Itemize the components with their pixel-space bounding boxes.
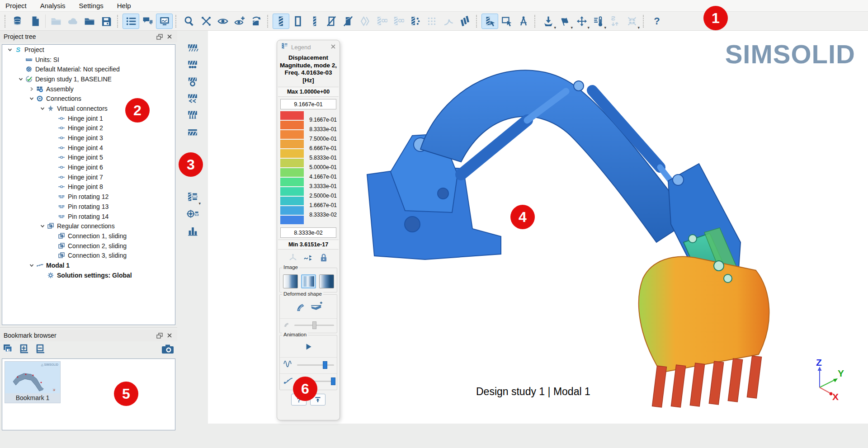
toolbar-drag-handle[interactable]	[117, 15, 121, 28]
tree-item-hinge-joint-6[interactable]: Hinge joint 6	[2, 162, 175, 172]
menu-project[interactable]: Project	[5, 2, 27, 9]
display-shaded-button[interactable]	[273, 14, 289, 29]
triad-toggle-icon[interactable]	[288, 253, 298, 264]
remove-bookmark-icon[interactable]	[35, 344, 47, 356]
probe-curve-icon[interactable]	[303, 253, 313, 264]
legend-upper-value-field[interactable]: 9.1667e-01	[280, 99, 336, 109]
deform-scale-slider[interactable]	[294, 325, 334, 326]
tree-item-pin-rotating-14[interactable]: Pin rotating 14	[2, 212, 175, 222]
tree-item-hinge-joint-7[interactable]: Hinge joint 7	[2, 172, 175, 182]
toggle-bookmark-browser-button[interactable]	[156, 14, 173, 29]
save-project-button[interactable]	[98, 14, 114, 29]
menu-analysis[interactable]: Analysis	[40, 2, 66, 9]
open-folder-button[interactable]	[81, 14, 98, 29]
tree-item-hinge-joint-4[interactable]: Hinge joint 4	[2, 143, 175, 153]
find-entity-button[interactable]	[181, 14, 198, 29]
float-panel-icon[interactable]	[155, 331, 165, 340]
mask-points-button[interactable]	[406, 14, 423, 29]
tree-item-units-si[interactable]: Units: SI	[2, 55, 175, 65]
tree-item-hinge-joint-3[interactable]: Hinge joint 3	[2, 133, 175, 143]
datum-display-button[interactable]	[184, 206, 202, 222]
display-transparent-button[interactable]	[356, 14, 373, 29]
displacement-results-button[interactable]: ▾	[573, 14, 590, 29]
tree-item-hinge-joint-8[interactable]: Hinge joint 8	[2, 182, 175, 192]
modal-results-button[interactable]: ▾	[557, 14, 573, 29]
display-shaded-edges-button[interactable]	[306, 14, 323, 29]
add-bookmark-icon[interactable]	[19, 344, 31, 356]
toolbar-drag-handle[interactable]	[476, 15, 480, 28]
bookmark-tile[interactable]: △ SIMSOLID Bookmark 1	[5, 361, 61, 403]
dropdown-arrow-icon[interactable]: ▾	[587, 25, 590, 30]
tree-item-connections[interactable]: Connections	[2, 94, 175, 104]
tree-item-pin-rotating-12[interactable]: Pin rotating 12	[2, 192, 175, 202]
dropdown-arrow-icon[interactable]: ▾	[604, 25, 606, 30]
tree-expander-icon[interactable]	[6, 47, 14, 52]
point-grid-button[interactable]	[423, 14, 440, 29]
precise-pick-button[interactable]	[515, 14, 532, 29]
ball-support-button[interactable]	[184, 57, 202, 73]
close-panel-icon[interactable]	[165, 33, 175, 41]
show-all-parts-button[interactable]	[231, 14, 248, 29]
menu-help[interactable]: Help	[117, 2, 131, 9]
dropdown-arrow-icon[interactable]: ▾	[198, 201, 201, 206]
tree-expander-icon[interactable]	[28, 96, 35, 101]
pick-window-button[interactable]	[498, 14, 515, 29]
pick-part-button[interactable]	[481, 14, 498, 29]
tree-item-modal-1[interactable]: Modal 1	[2, 260, 175, 270]
tree-item-hinge-joint-5[interactable]: Hinge joint 5	[2, 153, 175, 163]
toggle-project-tree-button[interactable]	[123, 14, 139, 29]
thermal-results-button[interactable]: ▾	[590, 14, 607, 29]
lock-icon[interactable]	[319, 253, 329, 264]
tree-item-design-study-1-baseline[interactable]: Design study 1, BASELINE	[2, 74, 175, 84]
bearing-support-button[interactable]	[184, 73, 202, 90]
tree-expander-icon[interactable]	[38, 223, 46, 229]
structural-loads-button[interactable]: ▾	[540, 14, 557, 29]
mask-parts-2-button[interactable]	[390, 14, 406, 29]
save-bookmarks-icon[interactable]	[3, 344, 14, 356]
dropdown-arrow-icon[interactable]: ▾	[637, 25, 640, 30]
toolbar-drag-handle[interactable]	[5, 15, 8, 28]
pin-support-button[interactable]	[184, 107, 202, 123]
legend-header[interactable]: Legend	[277, 42, 340, 52]
legend-min-button[interactable]: Min 3.6151e-17	[278, 240, 339, 250]
multi-part-display-button[interactable]	[457, 14, 473, 29]
tree-item-hinge-joint-1[interactable]: Hinge joint 1	[2, 113, 175, 123]
results-display-button[interactable]: ▾	[184, 189, 202, 205]
tree-expander-icon[interactable]	[28, 86, 35, 92]
tree-expander-icon[interactable]	[28, 263, 35, 268]
frequency-plot-button[interactable]	[184, 222, 202, 239]
tree-item-connection-3-sliding[interactable]: Connection 3, sliding	[2, 250, 175, 260]
fit-collapse-view-button[interactable]: ▾	[623, 14, 640, 29]
legend-close-icon[interactable]	[330, 43, 336, 51]
image-style-2-button[interactable]	[301, 274, 316, 288]
mask-parts-1-button[interactable]	[373, 14, 390, 29]
spline-edit-button[interactable]	[440, 14, 457, 29]
toolbar-drag-handle[interactable]	[175, 15, 179, 28]
display-outline-button[interactable]	[289, 14, 306, 29]
help-button[interactable]: ?	[648, 14, 665, 29]
tree-item-pin-rotating-13[interactable]: Pin rotating 13	[2, 202, 175, 212]
measure-button[interactable]	[198, 14, 214, 29]
tree-item-connection-2-sliding[interactable]: Connection 2, sliding	[2, 241, 175, 251]
tree-item-default-material-not-specified[interactable]: Default Material: Not specified	[2, 64, 175, 74]
hide-show-parts-button[interactable]	[214, 14, 231, 29]
scale-results-button[interactable]	[607, 14, 623, 29]
dropdown-arrow-icon[interactable]: ▾	[554, 25, 556, 30]
deformed-shape-icon[interactable]	[294, 301, 307, 315]
open-project-button[interactable]	[47, 14, 64, 29]
tree-item-hinge-joint-2[interactable]: Hinge joint 2	[2, 123, 175, 133]
sliding-support-button[interactable]	[184, 90, 202, 106]
toolbar-drag-handle[interactable]	[267, 15, 271, 28]
dropdown-arrow-icon[interactable]: ▾	[571, 25, 573, 30]
flat-support-button[interactable]	[184, 123, 202, 140]
menu-settings[interactable]: Settings	[79, 2, 104, 9]
legend-lower-value-field[interactable]: 8.3333e-02	[280, 227, 336, 238]
close-panel-icon[interactable]	[165, 331, 175, 340]
open-cloud-project-button[interactable]	[64, 14, 81, 29]
play-animation-icon[interactable]	[303, 342, 314, 354]
animation-speed-slider[interactable]	[297, 364, 334, 366]
snapshot-camera-icon[interactable]	[161, 344, 175, 356]
tree-expander-icon[interactable]	[17, 76, 24, 82]
toolbar-drag-handle[interactable]	[643, 15, 646, 28]
tree-item-connection-1-sliding[interactable]: Connection 1, sliding	[2, 231, 175, 241]
